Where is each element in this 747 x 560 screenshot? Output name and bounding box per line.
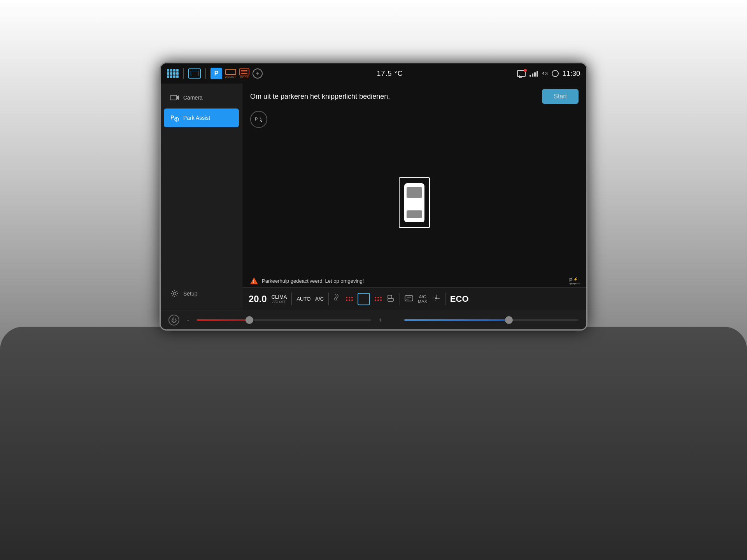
volume-minus-button[interactable]: -: [186, 317, 191, 324]
park-assist-sidebar-icon: P: [170, 113, 179, 122]
setup-label: Setup: [183, 290, 198, 297]
svg-text:P: P: [569, 277, 573, 283]
ac-max-block[interactable]: A/C MAX: [418, 294, 427, 304]
add-button-icon[interactable]: +: [253, 68, 263, 79]
brightness-slider-handle[interactable]: [505, 316, 513, 324]
message-icon[interactable]: [517, 70, 526, 77]
svg-text:P: P: [255, 117, 258, 121]
parking-active-icon[interactable]: P: [210, 68, 222, 79]
heat-dots-left: [346, 297, 353, 301]
svg-rect-13: [405, 296, 413, 301]
signal-bars: [530, 70, 538, 77]
physical-bar: ⏻ - +: [161, 310, 586, 329]
seat-heat-right-icon[interactable]: [386, 294, 395, 304]
climate-bar: 20.0 CLIMA A/C OFF AUTO A/C: [242, 287, 586, 310]
dashboard-bg: [0, 327, 747, 560]
svg-marker-1: [177, 95, 179, 100]
park-icons-row: P: [242, 109, 586, 131]
home-grid-icon[interactable]: [167, 69, 179, 78]
navigation-icon[interactable]: [188, 68, 201, 79]
camera-icon: [170, 93, 179, 102]
sidebar-item-park-assist[interactable]: P Park Assist: [164, 108, 239, 127]
volume-slider-fill: [197, 319, 249, 321]
notification-dot: [524, 69, 527, 72]
heat-dots-right: [375, 297, 382, 301]
sidebar-item-setup[interactable]: Setup: [164, 285, 239, 302]
park-assist-label: Park Assist: [183, 115, 210, 121]
power-button[interactable]: ⏻: [168, 315, 179, 326]
svg-point-4: [174, 292, 176, 295]
sidebar-item-camera[interactable]: Camera: [164, 88, 239, 107]
car-interior: P ASSIST MODE + 17.5 °C: [0, 0, 747, 560]
sidebar: Camera P Park Assist: [161, 84, 242, 310]
climate-divider-1: [291, 293, 292, 305]
signal-bar-1: [530, 75, 531, 77]
volume-slider-track[interactable]: [197, 319, 371, 321]
volume-plus-button[interactable]: +: [377, 317, 384, 324]
clima-block: CLIMA A/C OFF: [272, 294, 287, 304]
ac-button[interactable]: A/C: [315, 296, 324, 302]
temperature-display: 17.5 °C: [266, 70, 514, 78]
instruction-text: Om uit te parkeren het knipperlicht bedi…: [250, 93, 390, 101]
svg-text:P: P: [170, 114, 174, 121]
climate-divider-3: [400, 293, 400, 305]
start-button[interactable]: Start: [542, 89, 579, 104]
setup-icon: [170, 289, 179, 298]
eco-label: ECO: [450, 294, 469, 304]
status-bar: P ASSIST MODE + 17.5 °C: [161, 63, 586, 84]
globe-icon: [552, 70, 559, 77]
car-visualization: [242, 131, 586, 274]
content-header: Om uit te parkeren het knipperlicht bedi…: [242, 84, 586, 109]
camera-label: Camera: [183, 94, 203, 101]
svg-rect-0: [170, 95, 177, 100]
parking-space-visual: [399, 177, 430, 228]
defrost-icon[interactable]: [405, 295, 413, 303]
brightness-slider-track[interactable]: [404, 319, 579, 321]
center-control-icon[interactable]: [358, 293, 370, 305]
nav-divider-2: [205, 68, 206, 79]
brightness-slider-fill: [404, 319, 509, 321]
warning-triangle-icon: [250, 277, 258, 284]
infotainment-screen: P ASSIST MODE + 17.5 °C: [160, 62, 587, 331]
park-route-icon[interactable]: P: [250, 111, 267, 128]
nav-divider-1: [183, 68, 184, 79]
status-right: 4G 11:30: [517, 70, 580, 78]
volume-slider-handle[interactable]: [245, 316, 253, 324]
warning-text: Parkeerhulp gedeactiveerd. Let op omgevi…: [262, 278, 364, 284]
svg-rect-11: [388, 298, 393, 301]
fan-icon[interactable]: [432, 294, 440, 304]
clima-label: CLIMA: [272, 294, 287, 300]
car-top-view: [404, 183, 424, 222]
clima-sub: A/C OFF: [272, 300, 286, 304]
warning-bar: Parkeerhulp gedeactiveerd. Let op omgevi…: [242, 274, 586, 287]
main-content: Camera P Park Assist: [161, 84, 586, 310]
signal-bar-2: [532, 74, 533, 77]
svg-text:OFF: OFF: [570, 282, 576, 285]
content-area: Om uit te parkeren het knipperlicht bedi…: [242, 84, 586, 310]
sidebar-bottom: Setup: [161, 281, 242, 306]
svg-text:⚡: ⚡: [573, 277, 578, 282]
climate-divider-4: [445, 293, 445, 305]
park-off-indicator: P ⚡ OFF: [569, 276, 580, 285]
svg-point-16: [435, 297, 437, 299]
time-display: 11:30: [563, 70, 580, 78]
signal-4g-label: 4G: [542, 71, 548, 76]
svg-rect-12: [388, 295, 392, 298]
seat-heat-left-icon[interactable]: [333, 294, 341, 304]
auto-button[interactable]: AUTO: [296, 296, 310, 302]
mode-icon[interactable]: MODE: [239, 68, 249, 79]
signal-bar-4: [537, 71, 538, 77]
svg-point-6: [261, 121, 262, 122]
climate-temperature: 20.0: [249, 294, 267, 304]
signal-bar-3: [534, 72, 536, 77]
assist-icon[interactable]: ASSIST: [225, 69, 236, 78]
climate-divider-2: [328, 293, 329, 305]
